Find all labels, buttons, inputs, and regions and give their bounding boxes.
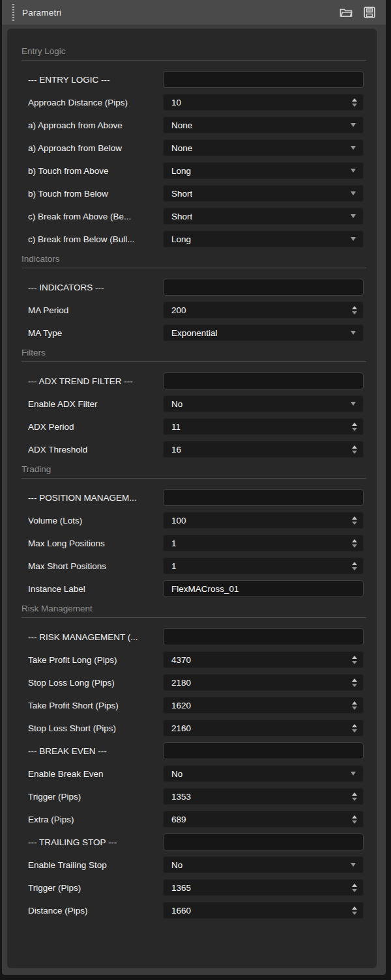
stepper-up-icon[interactable] [352, 539, 357, 542]
stepper-down-icon[interactable] [352, 311, 357, 315]
number-input[interactable]: 10 [163, 94, 364, 111]
parameter-row: Approach Distance (Pips) 10 [28, 94, 366, 111]
dropdown-arrow-icon [351, 191, 356, 195]
parameter-label: Stop Loss Long (Pips) [28, 678, 163, 688]
number-input[interactable]: 1365 [163, 879, 364, 896]
parameter-row: c) Break from Below (Bull... Long [28, 231, 366, 247]
parameter-value: None [164, 143, 192, 153]
panel-title: Parametri [22, 8, 61, 18]
stepper-up-icon[interactable] [352, 656, 357, 659]
section-label: Filters [22, 347, 366, 359]
stepper-down-icon[interactable] [352, 451, 357, 454]
stepper-down-icon[interactable] [352, 912, 357, 915]
text-input[interactable]: FlexMACross_01 [163, 580, 364, 597]
parameter-section: Risk Management --- RISK MANAGEMENT (...… [22, 603, 366, 919]
number-input[interactable]: 200 [163, 301, 364, 318]
dropdown[interactable]: None [163, 139, 364, 156]
dropdown-arrow-icon [351, 214, 356, 218]
text-input[interactable] [163, 372, 364, 389]
parameter-label: Distance (Pips) [28, 906, 163, 916]
open-folder-icon [340, 7, 353, 18]
number-input[interactable]: 4370 [163, 651, 364, 668]
number-input[interactable]: 1 [163, 557, 364, 574]
text-input[interactable] [163, 742, 364, 759]
section-divider [22, 478, 366, 479]
parameter-label: Enable Trailing Stop [28, 860, 163, 870]
number-input[interactable]: 16 [163, 441, 364, 458]
dropdown[interactable]: No [163, 395, 364, 412]
dropdown[interactable]: None [163, 117, 364, 133]
dropdown[interactable]: Short [163, 208, 364, 225]
stepper-up-icon[interactable] [352, 98, 357, 102]
stepper-up-icon[interactable] [352, 516, 357, 520]
text-input[interactable] [163, 489, 364, 506]
text-input[interactable] [163, 833, 364, 850]
stepper-down-icon[interactable] [352, 567, 357, 570]
parameter-value: No [164, 769, 182, 779]
parameter-label: --- INDICATORS --- [28, 283, 163, 292]
stepper [352, 558, 357, 574]
text-input[interactable] [163, 71, 364, 88]
parameter-row: Take Profit Long (Pips) 4370 [28, 651, 366, 668]
parameter-label: MA Type [28, 328, 163, 338]
dropdown-arrow-icon [351, 863, 356, 867]
parameter-row: --- RISK MANAGEMENT (... [28, 628, 366, 645]
stepper-down-icon[interactable] [352, 820, 357, 824]
stepper-up-icon[interactable] [352, 815, 357, 819]
dropdown[interactable]: No [163, 765, 364, 782]
parameter-label: b) Touch from Below [28, 189, 163, 199]
stepper-up-icon[interactable] [352, 445, 357, 449]
dropdown[interactable]: Exponential [163, 324, 364, 341]
number-input[interactable]: 2160 [163, 720, 364, 736]
parameter-row: b) Touch from Below Short [28, 185, 366, 202]
section-divider [22, 361, 366, 362]
stepper-down-icon[interactable] [352, 798, 357, 801]
save-parameters-button[interactable] [362, 6, 377, 19]
stepper-down-icon[interactable] [352, 522, 357, 525]
dropdown[interactable]: No [163, 856, 364, 873]
dropdown[interactable]: Long [163, 231, 364, 247]
stepper-up-icon[interactable] [352, 792, 357, 796]
dropdown-arrow-icon [351, 402, 356, 406]
parameter-value: 200 [164, 305, 186, 315]
dropdown[interactable]: Long [163, 162, 364, 179]
stepper-up-icon[interactable] [352, 906, 357, 910]
parameter-label: Trigger (Pips) [28, 883, 163, 893]
drag-handle-icon[interactable] [12, 4, 14, 21]
stepper-down-icon[interactable] [352, 104, 357, 107]
parameter-label: Max Short Positions [28, 561, 163, 571]
stepper-down-icon[interactable] [352, 729, 357, 733]
stepper-up-icon[interactable] [352, 562, 357, 565]
dropdown[interactable]: Short [163, 185, 364, 202]
text-input[interactable] [163, 279, 364, 296]
number-input[interactable]: 2180 [163, 674, 364, 691]
section-rows: --- INDICATORS --- MA Period 200 MA Type… [22, 279, 366, 341]
stepper-up-icon[interactable] [352, 724, 357, 727]
number-input[interactable]: 100 [163, 512, 364, 529]
stepper-down-icon[interactable] [352, 661, 357, 664]
stepper-down-icon[interactable] [352, 684, 357, 687]
number-input[interactable]: 1620 [163, 697, 364, 714]
stepper-up-icon[interactable] [352, 423, 357, 426]
number-input[interactable]: 689 [163, 811, 364, 828]
parameter-label: Take Profit Long (Pips) [28, 655, 163, 665]
number-input[interactable]: 1353 [163, 788, 364, 805]
stepper-up-icon[interactable] [352, 701, 357, 705]
stepper-down-icon[interactable] [352, 707, 357, 710]
number-input[interactable]: 1660 [163, 902, 364, 919]
stepper-down-icon[interactable] [352, 889, 357, 892]
open-parameters-button[interactable] [339, 6, 353, 19]
parameter-row: Stop Loss Long (Pips) 2180 [28, 674, 366, 691]
number-input[interactable]: 1 [163, 535, 364, 552]
stepper-down-icon[interactable] [352, 428, 357, 431]
stepper-up-icon[interactable] [352, 679, 357, 682]
number-input[interactable]: 11 [163, 418, 364, 435]
parameter-row: a) Approach from Below None [28, 139, 366, 156]
stepper-down-icon[interactable] [352, 544, 357, 548]
dropdown-arrow-icon [351, 123, 356, 127]
stepper-up-icon[interactable] [352, 884, 357, 887]
stepper-up-icon[interactable] [352, 306, 357, 309]
stepper [352, 302, 357, 318]
text-input[interactable] [163, 628, 364, 645]
parameter-label: c) Break from Above (Be... [28, 212, 163, 221]
